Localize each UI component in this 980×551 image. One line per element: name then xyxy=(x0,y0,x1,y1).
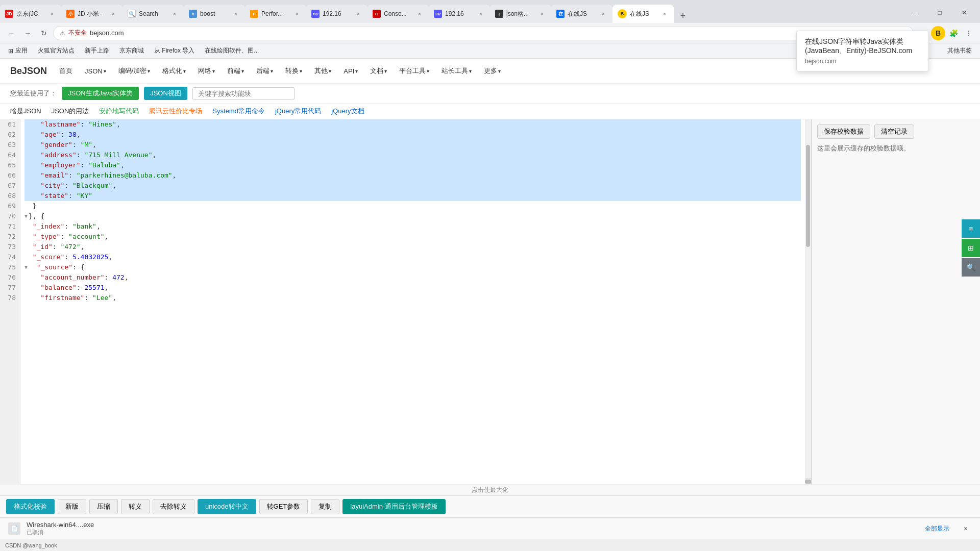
tab-favicon-jd: JD xyxy=(5,10,13,18)
tab-close-mi[interactable]: × xyxy=(109,10,117,18)
bookmark-others[interactable]: 其他书签 xyxy=(943,45,976,56)
sidebar-icon-list[interactable]: ≡ xyxy=(962,219,980,238)
compress-button[interactable]: 压缩 xyxy=(89,499,118,514)
close-button[interactable]: ✕ xyxy=(952,5,976,21)
tab-title-online1: 在线JS xyxy=(568,10,596,18)
editor-scrollbar[interactable] xyxy=(805,119,811,484)
tab-title-bejson: 在线JS xyxy=(630,10,657,18)
link-write-code[interactable]: 安静地写代码 xyxy=(99,107,139,116)
tab-close-bejson[interactable]: × xyxy=(660,10,669,18)
extensions-icon[interactable]: 🧩 xyxy=(946,26,961,40)
code-line-70: ▼}, { xyxy=(24,211,801,221)
sidebar-icon-group[interactable]: ⊞ xyxy=(962,239,980,257)
address-bar[interactable]: ⚠ 不安全 bejson.com xyxy=(53,26,914,40)
nav-json[interactable]: JSON ▾ xyxy=(80,65,111,77)
tab-console[interactable]: C Conso... × xyxy=(368,5,429,23)
recent-btn-jsonview[interactable]: JSON视图 xyxy=(144,87,187,100)
collapse-icon[interactable]: ▼ xyxy=(24,211,28,221)
nav-format[interactable]: 格式化 ▾ xyxy=(157,64,191,78)
unicode-chinese-button[interactable]: unicode转中文 xyxy=(198,499,256,514)
bookmark-apps[interactable]: ⊞ 应用 xyxy=(4,45,32,56)
tab-close-search[interactable]: × xyxy=(170,10,179,18)
tab-online1[interactable]: 在 在线JS × xyxy=(551,5,612,23)
user-profile-icon[interactable]: B xyxy=(931,26,945,40)
recent-btn-java[interactable]: JSON生成Java实体类 xyxy=(62,87,139,100)
link-jsonusage[interactable]: JSON的用法 xyxy=(52,107,89,116)
tab-search[interactable]: 🔍 Search × xyxy=(122,5,184,23)
save-validation-button[interactable]: 保存校验数据 xyxy=(817,124,870,139)
copy-button[interactable]: 复制 xyxy=(311,499,339,514)
format-validate-button[interactable]: 格式化校验 xyxy=(6,499,55,514)
nav-platform[interactable]: 平台工具 ▾ xyxy=(394,64,434,78)
link-systemd[interactable]: Systemd常用命令 xyxy=(212,107,265,116)
new-tab-button[interactable]: + xyxy=(676,9,690,23)
tab-boost[interactable]: b boost × xyxy=(184,5,245,23)
tab-close-ip1[interactable]: × xyxy=(354,10,362,18)
nav-encode[interactable]: 编码/加密 ▾ xyxy=(113,64,156,78)
escape-button[interactable]: 转义 xyxy=(121,499,150,514)
nav-home[interactable]: 首页 xyxy=(54,64,78,78)
tab-close-online1[interactable]: × xyxy=(599,10,607,18)
tab-jd[interactable]: JD 京东(JC × xyxy=(0,5,61,23)
nav-other[interactable]: 其他 ▾ xyxy=(309,64,336,78)
tab-bejson[interactable]: B 在线JS × xyxy=(612,5,674,23)
maximize-hint[interactable]: 点击使最大化 xyxy=(0,484,980,495)
layui-button[interactable]: layuiAdmin-通用后台管理模板 xyxy=(342,499,446,514)
nav-docs[interactable]: 文档 ▾ xyxy=(365,64,392,78)
recent-bar: 您最近使用了： JSON生成Java实体类 JSON视图 xyxy=(0,84,980,104)
reload-button[interactable]: ↻ xyxy=(37,26,51,40)
tab-close-console[interactable]: × xyxy=(415,10,424,18)
forward-button[interactable]: → xyxy=(20,26,35,40)
tab-close-perf[interactable]: × xyxy=(293,10,301,18)
new-version-button[interactable]: 新版 xyxy=(58,499,86,514)
to-get-button[interactable]: 转GET参数 xyxy=(259,499,308,514)
show-all-downloads-button[interactable]: 全部显示 xyxy=(921,522,953,535)
nav-backend[interactable]: 后端 ▾ xyxy=(251,64,278,78)
tab-close-boost[interactable]: × xyxy=(232,10,240,18)
code-line-62: "age": 38, xyxy=(24,130,801,140)
search-input[interactable] xyxy=(192,87,295,100)
bookmark-import[interactable]: 从 Firefox 导入 xyxy=(150,45,199,56)
bookmark-drawing[interactable]: 在线绘图软件、图... xyxy=(201,45,263,56)
tab-favicon-ip1: 192 xyxy=(311,10,320,18)
tab-close-jd[interactable]: × xyxy=(48,10,56,18)
bookmark-newuser[interactable]: 新手上路 xyxy=(81,45,113,56)
nav-webmaster[interactable]: 站长工具 ▾ xyxy=(436,64,477,78)
tab-ip2[interactable]: 192 192.16 × xyxy=(429,5,490,23)
download-file-icon: 📄 xyxy=(8,522,20,535)
code-line-72: "_type": "account", xyxy=(24,232,801,242)
clear-records-button[interactable]: 清空记录 xyxy=(874,124,914,139)
site-logo: BeJSON xyxy=(10,66,47,77)
sidebar-icon-search[interactable]: 🔍 xyxy=(962,258,980,277)
nav-convert[interactable]: 转换 ▾ xyxy=(280,64,307,78)
close-download-bar-button[interactable]: × xyxy=(960,522,972,535)
nav-api[interactable]: API ▾ xyxy=(338,65,363,77)
tab-mi[interactable]: 小 JD 小米 - × xyxy=(61,5,122,23)
code-line-78: "firstname": "Lee", xyxy=(24,293,801,303)
tab-close-json[interactable]: × xyxy=(538,10,546,18)
nav-network[interactable]: 网络 ▾ xyxy=(193,64,220,78)
menu-icon[interactable]: ⋮ xyxy=(962,26,976,40)
link-jquery-docs[interactable]: jQuery文档 xyxy=(331,107,364,116)
tab-ip1[interactable]: 192 192.16 × xyxy=(306,5,368,23)
tab-json[interactable]: j json格... × xyxy=(490,5,551,23)
bookmark-jd[interactable]: 京东商城 xyxy=(115,45,148,56)
bookmark-others-label: 其他书签 xyxy=(947,46,972,55)
minimize-button[interactable]: ─ xyxy=(903,5,927,21)
horizontal-scrollbar-thumb xyxy=(805,480,811,484)
link-tencent[interactable]: 腾讯云性价比专场 xyxy=(149,107,202,116)
tab-perf[interactable]: P Perfor... × xyxy=(245,5,306,23)
back-button[interactable]: ← xyxy=(4,26,18,40)
bookmark-firefox[interactable]: 火狐官方站点 xyxy=(34,45,79,56)
nav-more[interactable]: 更多 ▾ xyxy=(479,64,506,78)
sidebar-quick-icons: ≡ ⊞ 🔍 xyxy=(962,219,980,277)
collapse-icon-75[interactable]: ▼ xyxy=(24,262,28,272)
tab-close-ip2[interactable]: × xyxy=(477,10,485,18)
unescape-button[interactable]: 去除转义 xyxy=(153,499,194,514)
code-content[interactable]: "lastname": "Hines", "age": 38, "gender"… xyxy=(20,119,805,484)
code-editor[interactable]: 61 62 63 64 65 66 67 68 69 70 71 72 73 7… xyxy=(0,119,812,484)
nav-frontend[interactable]: 前端 ▾ xyxy=(222,64,249,78)
link-jquery-code[interactable]: jQuery常用代码 xyxy=(275,107,321,116)
link-whatisjson[interactable]: 啥是JSON xyxy=(10,107,41,116)
maximize-button[interactable]: □ xyxy=(928,5,951,21)
